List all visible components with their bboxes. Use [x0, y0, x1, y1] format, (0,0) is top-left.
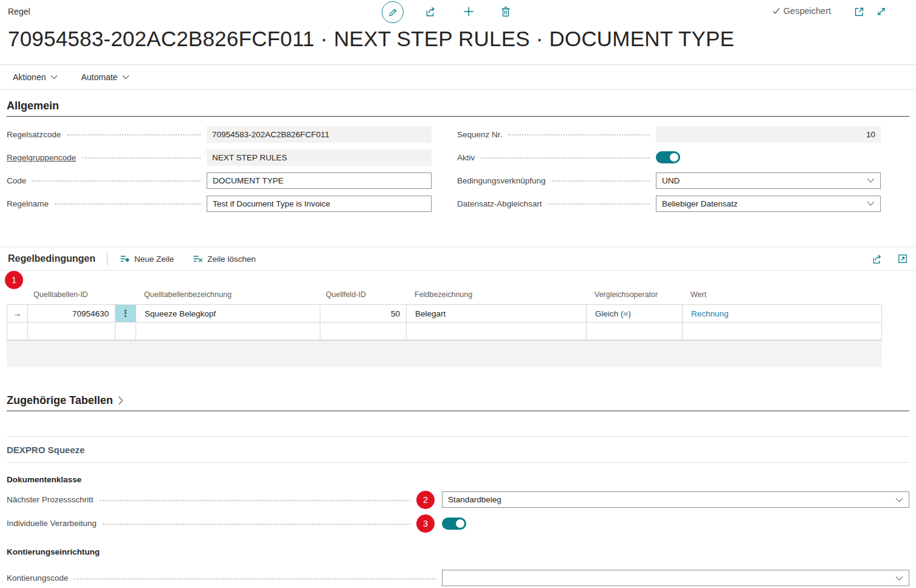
- datensatz-abgleichsart-select[interactable]: Beliebiger Datensatz: [656, 196, 881, 212]
- regelgruppencode-value[interactable]: NEXT STEP RULES: [207, 149, 432, 166]
- section-dexpro-heading[interactable]: DEXPRO Squeeze: [7, 445, 909, 463]
- individuelle-verarbeitung-control: [442, 518, 909, 530]
- related-tables-label: Zugehörige Tabellen: [7, 394, 113, 407]
- col-header-operator[interactable]: Vergleichsoperator: [586, 290, 682, 299]
- sequenz-label: Sequenz Nr.: [457, 130, 502, 139]
- command-bar: Aktionen Automate: [0, 64, 916, 90]
- cell-operator[interactable]: Gleich (=): [587, 305, 683, 322]
- cell-ellipsis-button[interactable]: ⋮: [115, 305, 136, 322]
- chevron-right-icon: [118, 396, 123, 405]
- regelsatzcode-value[interactable]: 70954583-202AC2B826FCF011: [207, 126, 432, 143]
- checkmark-icon: [772, 7, 780, 15]
- step-badge-1: 1: [5, 271, 23, 289]
- conditions-grid: Quelltabellen-ID Quelltabellenbezeichnun…: [0, 271, 916, 367]
- step-badge-3: 3: [416, 514, 435, 533]
- regelname-input[interactable]: Test if Document Type is Invoice: [207, 196, 432, 212]
- new-line-button[interactable]: Neue Zeile: [119, 253, 174, 264]
- resize-window-button[interactable]: [876, 6, 887, 17]
- delete-line-icon: [192, 253, 203, 264]
- step-badge-2: 2: [416, 491, 435, 509]
- field-individuelle-verarbeitung: Individuelle Verarbeitung 3: [7, 511, 909, 535]
- section-allgemein-heading[interactable]: Allgemein: [7, 100, 909, 117]
- menu-aktionen[interactable]: Aktionen: [13, 72, 58, 82]
- aktiv-toggle[interactable]: [656, 151, 680, 163]
- individuelle-verarbeitung-toggle[interactable]: [442, 518, 466, 530]
- naechster-prozessschritt-value: Standardbeleg: [448, 495, 501, 504]
- cell-value[interactable]: [683, 323, 881, 340]
- edit-button[interactable]: [382, 1, 404, 23]
- cell-source-table-id[interactable]: [28, 323, 115, 340]
- cell-source-table-id[interactable]: 70954630: [28, 305, 115, 322]
- page-title: 70954583-202AC2B826FCF011 · NEXT STEP RU…: [8, 27, 916, 60]
- col-header-source-field-id[interactable]: Quellfeld-ID: [320, 290, 406, 299]
- chevron-down-icon: [50, 75, 58, 80]
- cell-field-name[interactable]: Belegart: [407, 305, 587, 322]
- cell-source-field-id[interactable]: 50: [320, 305, 407, 322]
- bedingungsverknuepfung-select[interactable]: UND: [656, 173, 881, 189]
- share-button[interactable]: [425, 5, 437, 18]
- naechster-prozessschritt-label: Nächster Prozessschritt: [7, 495, 94, 504]
- new-line-label: Neue Zeile: [134, 255, 174, 264]
- field-aktiv: Aktiv: [457, 146, 881, 169]
- share-icon[interactable]: [872, 253, 883, 265]
- open-in-new-window-icon: [853, 6, 865, 18]
- field-kontierungscode: Kontierungscode: [7, 566, 909, 588]
- cell-operator[interactable]: [587, 323, 683, 340]
- general-left-column: Regelsatzcode 70954583-202AC2B826FCF011 …: [7, 123, 432, 215]
- cell-field-name[interactable]: [407, 323, 587, 340]
- menu-automate[interactable]: Automate: [81, 72, 129, 82]
- plus-icon: [463, 5, 475, 18]
- section-related-tables-heading[interactable]: Zugehörige Tabellen: [7, 394, 909, 411]
- aktiv-control: [656, 151, 881, 163]
- dokumentenklasse-heading: Dokumentenklasse: [7, 475, 909, 484]
- new-button[interactable]: [463, 5, 475, 18]
- kontierungscode-select[interactable]: [442, 570, 909, 586]
- share-icon: [425, 5, 437, 18]
- col-header-value[interactable]: Wert: [682, 290, 881, 299]
- open-in-new-window-button[interactable]: [853, 6, 865, 18]
- new-line-icon: [119, 253, 130, 264]
- col-header-source-table-id[interactable]: Quelltabellen-ID: [27, 290, 115, 299]
- divider: [107, 252, 108, 265]
- section-allgemein-label: Allgemein: [7, 100, 59, 112]
- individuelle-verarbeitung-label: Individuelle Verarbeitung: [7, 519, 97, 528]
- datensatz-abgleichsart-value: Beliebiger Datensatz: [662, 199, 738, 208]
- pencil-icon: [388, 7, 398, 18]
- regelgruppencode-label[interactable]: Regelgruppencode: [7, 153, 76, 162]
- dotted-leader: [552, 180, 650, 182]
- naechster-prozessschritt-select[interactable]: Standardbeleg: [442, 491, 909, 508]
- chevron-down-icon: [895, 497, 903, 502]
- field-code: Code DOCUMENT TYPE: [7, 169, 432, 192]
- grid-empty-area: [7, 341, 882, 367]
- focus-mode-icon[interactable]: [897, 253, 908, 264]
- bedingungsverknuepfung-value: UND: [662, 176, 680, 185]
- delete-button[interactable]: [500, 5, 511, 18]
- cell-source-table-name[interactable]: [136, 323, 320, 340]
- dotted-leader: [508, 134, 650, 135]
- field-bedingungsverknuepfung: Bedingungsverknüpfung UND: [457, 169, 881, 192]
- part-header-icons: [872, 253, 908, 265]
- col-header-field-name[interactable]: Feldbezeichnung: [406, 290, 586, 299]
- dotted-leader: [82, 157, 201, 159]
- row-selector-cell[interactable]: →: [7, 305, 28, 322]
- cell-source-table-name[interactable]: Squeeze Belegkopf: [136, 305, 320, 322]
- col-header-source-table-name[interactable]: Quelltabellenbezeichnung: [136, 290, 320, 299]
- field-sequenz: Sequenz Nr. 10: [457, 123, 881, 146]
- conditions-heading[interactable]: Regelbedingungen: [8, 253, 95, 264]
- code-input[interactable]: DOCUMENT TYPE: [207, 173, 432, 189]
- window-top-bar: Regel Gespeichert: [0, 0, 916, 24]
- delete-line-button[interactable]: Zeile löschen: [192, 253, 256, 264]
- kontierungseinrichtung-heading: Kontierungseinrichtung: [7, 547, 909, 556]
- cell-ellipsis[interactable]: [115, 323, 136, 340]
- cell-value[interactable]: Rechnung: [683, 305, 881, 322]
- dotted-leader: [32, 180, 201, 182]
- delete-line-label: Zeile löschen: [207, 255, 256, 264]
- dotted-leader: [55, 203, 201, 205]
- bedingungsverknuepfung-label: Bedingungsverknüpfung: [457, 176, 546, 185]
- grid-table: → 70954630 ⋮ Squeeze Belegkopf 50 Belega…: [7, 304, 882, 341]
- dotted-leader: [74, 578, 436, 579]
- sequenz-value[interactable]: 10: [656, 126, 881, 143]
- conditions-part: Regelbedingungen Neue Zeile Zeile lösche…: [0, 247, 916, 367]
- row-selector-cell[interactable]: [7, 323, 28, 340]
- cell-source-field-id[interactable]: [320, 323, 407, 340]
